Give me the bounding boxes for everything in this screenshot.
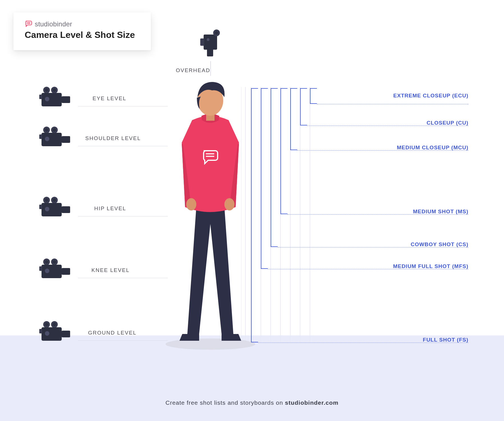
svg-rect-5 (207, 49, 213, 56)
svg-rect-46 (39, 205, 42, 209)
bracket-mfs (261, 88, 261, 269)
svg-rect-62 (39, 329, 42, 333)
bracket-fs (251, 88, 252, 342)
brand-row: studiobinder (25, 20, 140, 28)
bracket-cu-bot (300, 125, 307, 125)
label-ms: MEDIUM SHOT (MS) (356, 209, 468, 215)
bracket-mcu-bot (290, 150, 297, 150)
label-overhead: OVERHEAD (176, 67, 210, 74)
label-mfs: MEDIUM FULL SHOT (MFS) (356, 263, 468, 269)
svg-point-26 (53, 88, 56, 92)
svg-point-41 (45, 198, 48, 202)
svg-point-37 (45, 137, 49, 141)
bracket-cs (271, 88, 271, 247)
svg-rect-35 (42, 133, 62, 146)
label-ground-level: GROUND LEVEL (88, 330, 137, 336)
brand-name: studiobinder (35, 20, 72, 28)
bracket-mcu-top (290, 88, 297, 89)
label-shoulder-level: SHOULDER LEVEL (85, 135, 141, 141)
bracket-ecu-bot (310, 103, 317, 104)
camera-hip-level-icon (39, 196, 73, 220)
overhead-leader-line (210, 61, 211, 76)
person-figure (157, 78, 264, 349)
line-ground-level (78, 340, 168, 341)
diagram-canvas: studiobinder Camera Level & Shot Size OV… (0, 0, 504, 421)
svg-rect-51 (42, 265, 62, 278)
svg-rect-30 (39, 95, 42, 99)
label-ecu: EXTREME CLOSEUP (ECU) (356, 93, 468, 99)
dotted-ecu (317, 104, 468, 104)
bracket-fs-bot (251, 342, 258, 342)
svg-point-57 (45, 323, 48, 326)
svg-rect-44 (62, 206, 70, 213)
bracket-ms (280, 88, 281, 214)
camera-eye-level-icon (39, 86, 73, 110)
svg-rect-27 (42, 93, 62, 106)
svg-point-29 (45, 97, 49, 101)
svg-point-50 (53, 260, 56, 264)
line-hip-level (78, 216, 168, 216)
svg-rect-38 (39, 134, 42, 139)
bracket-ecu (310, 88, 310, 104)
label-knee-level: KNEE LEVEL (91, 267, 130, 273)
svg-rect-43 (42, 203, 62, 216)
brand-name-prefix: studio (35, 20, 53, 28)
line-eye-level (78, 106, 168, 106)
svg-point-18 (224, 198, 234, 210)
bracket-fs-top (251, 88, 258, 89)
svg-point-45 (45, 207, 49, 211)
bracket-ms-bot (280, 214, 287, 214)
svg-point-53 (45, 269, 49, 273)
svg-rect-60 (62, 331, 70, 337)
brand-logo-icon (25, 20, 33, 28)
svg-point-49 (45, 260, 48, 264)
bracket-cs-bot (271, 246, 278, 247)
svg-rect-52 (62, 268, 70, 275)
camera-ground-level-icon (39, 321, 73, 344)
svg-rect-54 (39, 266, 42, 271)
bracket-cu-top (300, 88, 307, 89)
line-knee-level (78, 278, 168, 278)
bracket-mfs-top (261, 88, 268, 89)
line-shoulder-level (78, 146, 168, 146)
svg-rect-28 (62, 96, 70, 103)
label-cu: CLOSEUP (CU) (356, 120, 468, 126)
bracket-mfs-bot (261, 268, 268, 269)
camera-knee-level-icon (39, 258, 73, 282)
svg-point-61 (45, 331, 49, 336)
label-hip-level: HIP LEVEL (94, 205, 126, 212)
camera-shoulder-level-icon (39, 126, 73, 150)
svg-point-42 (53, 198, 56, 202)
svg-rect-6 (200, 38, 204, 46)
footer-text: Create free shot lists and storyboards o… (165, 399, 285, 406)
footer-tagline: Create free shot lists and storyboards o… (0, 399, 504, 406)
label-eye-level: EYE LEVEL (93, 95, 126, 102)
label-cs: COWBOY SHOT (CS) (356, 241, 468, 248)
camera-overhead-icon (196, 27, 224, 59)
svg-rect-36 (62, 136, 70, 143)
svg-point-34 (53, 128, 56, 132)
bracket-ms-top (280, 88, 287, 89)
bracket-mcu (290, 88, 291, 150)
footer-site: studiobinder.com (285, 399, 339, 406)
svg-point-7 (207, 38, 210, 41)
brand-name-suffix: binder (53, 20, 72, 28)
svg-point-17 (186, 198, 196, 210)
label-fs: FULL SHOT (FS) (356, 337, 468, 343)
diagram-title: Camera Level & Shot Size (25, 30, 140, 40)
svg-point-58 (53, 323, 56, 326)
label-mcu: MEDIUM CLOSEUP (MCU) (356, 145, 468, 151)
svg-rect-59 (42, 327, 62, 341)
svg-point-25 (45, 88, 48, 92)
svg-point-4 (215, 31, 218, 35)
svg-rect-2 (204, 35, 217, 50)
bracket-ecu-top (310, 88, 317, 89)
svg-point-33 (45, 128, 48, 132)
bracket-cu (300, 88, 301, 125)
bracket-cs-top (271, 88, 278, 89)
title-card: studiobinder Camera Level & Shot Size (13, 12, 151, 50)
